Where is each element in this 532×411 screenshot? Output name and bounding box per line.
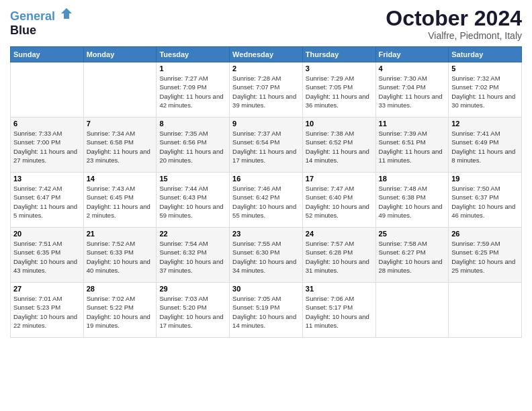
sunset-text: Sunset: 5:23 PM xyxy=(13,303,81,312)
sunset-text: Sunset: 6:43 PM xyxy=(159,193,226,201)
day-number: 11 xyxy=(379,120,446,128)
daylight-text: Daylight: 11 hours and 27 minutes. xyxy=(13,147,81,165)
cell-4-5 xyxy=(375,283,449,338)
sunset-text: Sunset: 6:45 PM xyxy=(87,193,154,201)
cell-3-4: 24 Sunrise: 7:57 AM Sunset: 6:28 PM Dayl… xyxy=(302,228,375,283)
sunrise-text: Sunrise: 7:28 AM xyxy=(232,74,300,83)
sunset-text: Sunset: 5:20 PM xyxy=(159,303,226,312)
sunrise-text: Sunrise: 7:03 AM xyxy=(159,294,226,303)
sunset-text: Sunset: 6:52 PM xyxy=(306,138,373,146)
sunrise-text: Sunrise: 7:51 AM xyxy=(13,239,81,248)
day-number: 24 xyxy=(306,230,373,238)
sunset-text: Sunset: 7:07 PM xyxy=(232,83,300,91)
sunset-text: Sunset: 5:19 PM xyxy=(232,303,300,312)
cell-3-1: 21 Sunrise: 7:52 AM Sunset: 6:33 PM Dayl… xyxy=(83,228,157,283)
sunset-text: Sunset: 6:40 PM xyxy=(306,193,373,201)
sunset-text: Sunset: 5:22 PM xyxy=(87,303,154,312)
sunset-text: Sunset: 7:02 PM xyxy=(451,83,519,91)
day-info: Sunrise: 7:28 AM Sunset: 7:07 PM Dayligh… xyxy=(232,74,300,109)
cell-0-3: 2 Sunrise: 7:28 AM Sunset: 7:07 PM Dayli… xyxy=(230,62,303,118)
sunrise-text: Sunrise: 7:54 AM xyxy=(159,239,226,248)
day-number: 30 xyxy=(232,285,300,293)
sunrise-text: Sunrise: 7:02 AM xyxy=(87,294,154,303)
day-info: Sunrise: 7:50 AM Sunset: 6:37 PM Dayligh… xyxy=(451,184,519,220)
sunrise-text: Sunrise: 7:05 AM xyxy=(232,294,300,303)
sunrise-text: Sunrise: 7:37 AM xyxy=(232,129,300,138)
sunrise-text: Sunrise: 7:44 AM xyxy=(159,184,226,193)
sunset-text: Sunset: 6:25 PM xyxy=(451,248,519,257)
cell-3-0: 20 Sunrise: 7:51 AM Sunset: 6:35 PM Dayl… xyxy=(11,228,84,283)
daylight-text: Daylight: 11 hours and 23 minutes. xyxy=(87,147,154,165)
header: General Blue October 2024 Vialfre, Piedm… xyxy=(10,7,522,41)
sunset-text: Sunset: 6:56 PM xyxy=(159,138,226,146)
cell-0-1 xyxy=(83,62,157,118)
cell-1-3: 9 Sunrise: 7:37 AM Sunset: 6:54 PM Dayli… xyxy=(230,118,303,173)
daylight-text: Daylight: 11 hours and 30 minutes. xyxy=(451,92,519,110)
cell-1-5: 11 Sunrise: 7:39 AM Sunset: 6:51 PM Dayl… xyxy=(375,118,449,173)
daylight-text: Daylight: 11 hours and 14 minutes. xyxy=(306,147,373,165)
sunset-text: Sunset: 7:04 PM xyxy=(379,83,446,91)
day-number: 15 xyxy=(159,175,226,183)
daylight-text: Daylight: 10 hours and 37 minutes. xyxy=(159,257,226,275)
header-saturday: Saturday xyxy=(449,47,522,62)
daylight-text: Daylight: 11 hours and 11 minutes. xyxy=(379,147,446,165)
cell-1-0: 6 Sunrise: 7:33 AM Sunset: 7:00 PM Dayli… xyxy=(11,118,84,173)
subtitle: Vialfre, Piedmont, Italy xyxy=(386,30,522,41)
daylight-text: Daylight: 10 hours and 11 minutes. xyxy=(306,312,373,330)
calendar-page: General Blue October 2024 Vialfre, Piedm… xyxy=(0,0,532,411)
cell-1-1: 7 Sunrise: 7:34 AM Sunset: 6:58 PM Dayli… xyxy=(83,118,157,173)
header-monday: Monday xyxy=(83,47,157,62)
day-info: Sunrise: 7:54 AM Sunset: 6:32 PM Dayligh… xyxy=(159,239,226,275)
day-info: Sunrise: 7:27 AM Sunset: 7:09 PM Dayligh… xyxy=(159,74,226,109)
month-title: October 2024 xyxy=(386,7,522,30)
cell-2-3: 16 Sunrise: 7:46 AM Sunset: 6:42 PM Dayl… xyxy=(230,173,303,228)
cell-4-1: 28 Sunrise: 7:02 AM Sunset: 5:22 PM Dayl… xyxy=(83,283,157,338)
cell-2-0: 13 Sunrise: 7:42 AM Sunset: 6:47 PM Dayl… xyxy=(11,173,84,228)
sunset-text: Sunset: 6:37 PM xyxy=(451,193,519,201)
cell-2-4: 17 Sunrise: 7:47 AM Sunset: 6:40 PM Dayl… xyxy=(302,173,375,228)
day-number: 6 xyxy=(13,120,81,128)
header-friday: Friday xyxy=(375,47,449,62)
daylight-text: Daylight: 10 hours and 31 minutes. xyxy=(306,257,373,275)
day-info: Sunrise: 7:06 AM Sunset: 5:17 PM Dayligh… xyxy=(306,294,373,330)
sunset-text: Sunset: 6:58 PM xyxy=(87,138,154,146)
cell-1-6: 12 Sunrise: 7:41 AM Sunset: 6:49 PM Dayl… xyxy=(449,118,522,173)
day-info: Sunrise: 7:39 AM Sunset: 6:51 PM Dayligh… xyxy=(379,129,446,165)
daylight-text: Daylight: 11 hours and 33 minutes. xyxy=(379,92,446,110)
daylight-text: Daylight: 10 hours and 59 minutes. xyxy=(159,202,226,220)
sunset-text: Sunset: 6:42 PM xyxy=(232,193,300,201)
day-number: 10 xyxy=(306,120,373,128)
day-number: 26 xyxy=(451,230,519,238)
cell-3-6: 26 Sunrise: 7:59 AM Sunset: 6:25 PM Dayl… xyxy=(449,228,522,283)
sunrise-text: Sunrise: 7:33 AM xyxy=(13,129,81,138)
cell-3-2: 22 Sunrise: 7:54 AM Sunset: 6:32 PM Dayl… xyxy=(157,228,230,283)
day-number: 1 xyxy=(159,64,226,73)
daylight-text: Daylight: 10 hours and 14 minutes. xyxy=(232,312,300,330)
cell-2-1: 14 Sunrise: 7:43 AM Sunset: 6:45 PM Dayl… xyxy=(83,173,157,228)
day-number: 18 xyxy=(379,175,446,183)
day-number: 16 xyxy=(232,175,300,183)
cell-2-2: 15 Sunrise: 7:44 AM Sunset: 6:43 PM Dayl… xyxy=(157,173,230,228)
logo-icon xyxy=(60,7,73,20)
day-number: 21 xyxy=(87,230,154,238)
sunrise-text: Sunrise: 7:35 AM xyxy=(159,129,226,138)
sunrise-text: Sunrise: 7:42 AM xyxy=(13,184,81,193)
sunrise-text: Sunrise: 7:30 AM xyxy=(379,74,446,83)
day-info: Sunrise: 7:05 AM Sunset: 5:19 PM Dayligh… xyxy=(232,294,300,330)
day-number: 22 xyxy=(159,230,226,238)
day-number: 3 xyxy=(306,64,373,73)
day-number: 2 xyxy=(232,64,300,73)
daylight-text: Daylight: 10 hours and 55 minutes. xyxy=(232,202,300,220)
day-number: 31 xyxy=(306,285,373,293)
day-info: Sunrise: 7:33 AM Sunset: 7:00 PM Dayligh… xyxy=(13,129,81,165)
day-number: 14 xyxy=(87,175,154,183)
day-number: 17 xyxy=(306,175,373,183)
day-info: Sunrise: 7:30 AM Sunset: 7:04 PM Dayligh… xyxy=(379,74,446,109)
sunrise-text: Sunrise: 7:46 AM xyxy=(232,184,300,193)
sunrise-text: Sunrise: 7:48 AM xyxy=(379,184,446,193)
cell-4-3: 30 Sunrise: 7:05 AM Sunset: 5:19 PM Dayl… xyxy=(230,283,303,338)
daylight-text: Daylight: 11 hours and 8 minutes. xyxy=(451,147,519,165)
daylight-text: Daylight: 10 hours and 22 minutes. xyxy=(13,312,81,330)
sunset-text: Sunset: 6:38 PM xyxy=(379,193,446,201)
daylight-text: Daylight: 10 hours and 46 minutes. xyxy=(451,202,519,220)
